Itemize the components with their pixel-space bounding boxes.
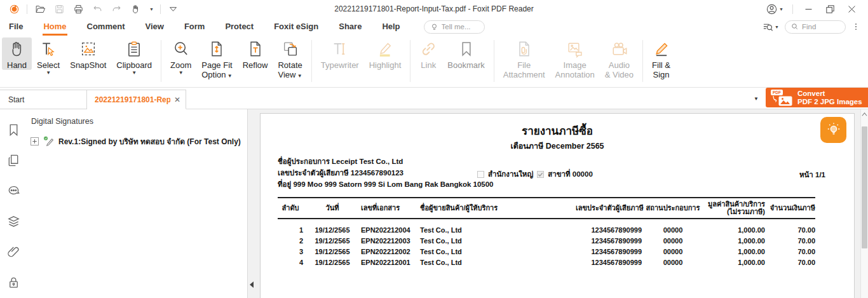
tax-id: เลขประจำตัวผู้เสียภาษี 1234567890123	[278, 167, 494, 179]
tab-document-active[interactable]: 20221219171801-Report... ✕	[87, 90, 186, 109]
hand-tool-button[interactable]: Hand	[2, 37, 32, 70]
customize-toolbar-chevron-icon[interactable]	[167, 3, 180, 15]
clipboard-dropdown-caret[interactable]: ▼	[132, 70, 137, 76]
signature-tree-item[interactable]: Rev.1:Signed by บริษัท ทดสอบ จำกัด (For …	[31, 135, 247, 147]
expand-plus-icon[interactable]	[31, 137, 39, 146]
ribbon-toolbar: Hand Select ▼ SnapShot Clipboard ▼ Zoom …	[0, 36, 868, 88]
restore-window-button[interactable]	[824, 3, 836, 15]
col-seller: ชื่อผู้ขายสินค้า/ผู้ให้บริการ	[420, 204, 576, 212]
col-branch: สถานประกอบการ	[644, 204, 702, 212]
image-annotation-button: Image Annotation	[550, 37, 600, 79]
document-view-area[interactable]: รายงานภาษีซื้อ เดือนภาษี December 2565 ช…	[248, 109, 860, 298]
link-button: Link	[414, 37, 442, 70]
audio-video-button: Audio & Video	[600, 37, 639, 79]
rotate-view-dropdown-caret[interactable]: ▼	[295, 73, 302, 79]
pdf-page: รายงานภาษีซื้อ เดือนภาษี December 2565 ช…	[260, 113, 855, 298]
menu-foxit-esign[interactable]: Foxit eSign	[273, 18, 319, 36]
layers-panel-icon[interactable]	[6, 214, 21, 231]
tab-close-icon[interactable]: ✕	[174, 95, 180, 104]
hand-tool-quick-button[interactable]	[129, 3, 142, 15]
fill-sign-icon	[653, 40, 670, 60]
ribbon-separator	[494, 40, 494, 82]
panel-collapse-button[interactable]	[248, 272, 255, 297]
select-dropdown-caret[interactable]: ▼	[46, 70, 51, 76]
main-area: Digital Signatures Rev.1:Signed by บริษั…	[0, 109, 868, 298]
menu-file[interactable]: File	[8, 18, 24, 36]
menu-comment[interactable]: Comment	[86, 18, 126, 36]
undo-button[interactable]	[91, 3, 104, 15]
print-button[interactable]	[72, 3, 85, 15]
title-bar: 20221219171801-Report-Input-Tax.pdf - Fo…	[0, 0, 868, 18]
clipboard-button[interactable]: Clipboard ▼	[111, 37, 157, 76]
scrollbar-thumb[interactable]	[862, 126, 867, 248]
close-window-button[interactable]	[845, 3, 858, 15]
convert-label-line2: PDF 2 JPG Images	[797, 98, 862, 106]
pages-panel-icon[interactable]	[6, 153, 21, 170]
menu-home[interactable]: Home	[43, 18, 67, 36]
branch-checkbox[interactable]	[537, 171, 544, 178]
fill-and-sign-button[interactable]: Fill & Sign	[647, 37, 675, 79]
menu-help[interactable]: Help	[381, 18, 400, 36]
more-options-icon[interactable]	[851, 22, 860, 31]
reflow-button[interactable]: Reflow	[238, 37, 273, 70]
zoom-button[interactable]: Zoom ▼	[165, 37, 196, 76]
reflow-icon	[247, 40, 264, 60]
tab-start[interactable]: Start	[0, 90, 87, 109]
comments-panel-icon[interactable]	[6, 184, 21, 201]
menu-protect[interactable]: Protect	[224, 18, 254, 36]
col-date: วันที่	[308, 204, 356, 212]
vertical-scrollbar[interactable]	[860, 109, 868, 298]
minimize-button[interactable]	[802, 3, 815, 15]
zoom-dropdown-caret[interactable]: ▼	[179, 70, 184, 76]
save-button[interactable]	[53, 3, 65, 15]
advanced-search-button[interactable]: ▼	[763, 22, 779, 32]
menu-view[interactable]: View	[144, 18, 164, 36]
bookmark-button[interactable]: Bookmark	[442, 37, 490, 70]
bookmarks-panel-icon[interactable]	[6, 123, 21, 140]
tab-list-dropdown-caret[interactable]: ▼	[754, 96, 759, 102]
page-number: หน้า 1/1	[799, 169, 825, 180]
select-tool-button[interactable]: Select ▼	[32, 37, 65, 76]
attachments-panel-icon[interactable]	[6, 245, 21, 262]
ribbon-separator	[311, 40, 312, 82]
snapshot-icon	[79, 40, 97, 60]
assistant-lightbulb-button[interactable]	[820, 117, 846, 143]
redo-button[interactable]	[110, 3, 123, 15]
page-fit-option-button[interactable]: Page Fit Option ▼	[196, 37, 237, 79]
col-doc-number: เลขที่เอกสาร	[356, 204, 420, 212]
search-dropdown-caret[interactable]: ▼	[775, 25, 779, 29]
menu-form[interactable]: Form	[184, 18, 206, 36]
company-info: ชื่อผู้ประกอบการ Leceipt Test Co., Ltd เ…	[278, 156, 494, 190]
zoom-icon	[172, 40, 190, 60]
highlight-icon	[376, 40, 394, 60]
find-input[interactable]	[802, 23, 839, 30]
snapshot-button[interactable]: SnapShot	[65, 37, 111, 70]
convert-pdf-to-jpg-button[interactable]: PDF Convert PDF 2 JPG Images	[766, 88, 868, 107]
operator-name: ชื่อผู้ประกอบการ Leceipt Test Co., Ltd	[278, 156, 494, 167]
security-panel-icon[interactable]	[6, 275, 21, 292]
bookmark-icon	[458, 40, 475, 60]
tell-me-search[interactable]	[424, 20, 485, 34]
lightbulb-icon	[430, 23, 438, 31]
document-tab-bar: Start 20221219171801-Report... ✕ ▼ PDF C…	[0, 88, 868, 109]
pdf-to-jpg-icon: PDF	[771, 90, 792, 106]
account-dropdown-caret[interactable]: ▼	[779, 7, 783, 11]
tax-table: ลำดับ วันที่ เลขที่เอกสาร ชื่อผู้ขายสินค…	[278, 197, 815, 268]
clipboard-icon	[125, 40, 143, 60]
account-button[interactable]: ▼	[766, 3, 783, 15]
open-file-button[interactable]	[34, 3, 46, 15]
head-office-checkbox[interactable]	[477, 171, 484, 178]
menu-share[interactable]: Share	[338, 18, 362, 36]
hand-icon	[8, 40, 26, 60]
hand-tool-dropdown-caret[interactable]: ▼	[149, 7, 154, 11]
page-fit-dropdown-caret[interactable]: ▼	[226, 73, 233, 79]
find-box[interactable]	[785, 20, 846, 34]
scroll-up-icon[interactable]	[861, 112, 868, 117]
audio-video-icon	[610, 40, 628, 60]
ribbon-separator	[642, 40, 643, 82]
tell-me-input[interactable]	[442, 23, 478, 30]
address: ที่อยู่ 999 Moo 999 Satorn 999 Si Lom Ba…	[278, 179, 494, 190]
divider	[160, 4, 161, 14]
rotate-view-button[interactable]: Rotate View ▼	[273, 37, 307, 79]
table-row: 219/12/2565EPN202212003Test Co., Ltd1234…	[278, 235, 815, 246]
